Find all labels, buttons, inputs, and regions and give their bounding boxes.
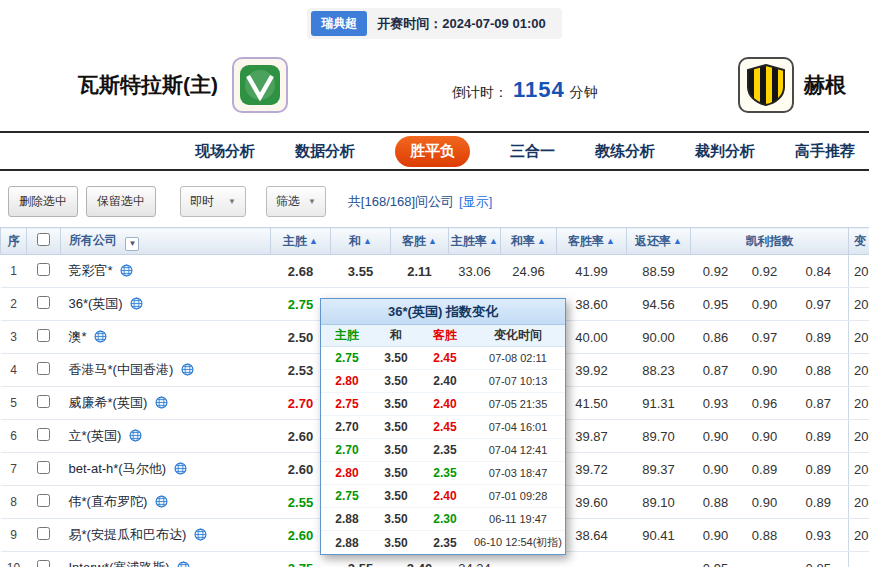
odds-comparison-page: 瑞典超 开赛时间：2024-07-09 01:00 瓦斯特拉斯(主) 倒计时： … <box>0 0 869 567</box>
popup-draw-odds: 3.50 <box>373 420 419 434</box>
popup-away-odds: 2.30 <box>419 512 471 526</box>
company-name[interactable]: 香港马*(中国香港) <box>69 362 174 377</box>
away-rate-cell: 39.87 <box>557 420 627 453</box>
instant-dropdown[interactable]: 即时 ▼ <box>180 186 246 217</box>
row-index: 1 <box>1 255 27 288</box>
popup-change-time: 06-11 19:47 <box>471 513 565 525</box>
sort-up-icon[interactable]: ▲ <box>428 236 437 246</box>
change-cell: 20 <box>849 519 869 552</box>
nav-tab-3[interactable]: 胜平负 <box>395 136 470 167</box>
col-company[interactable]: 所有公司 <box>69 233 117 247</box>
company-name[interactable]: bet-at-h*(马尔他) <box>69 461 167 476</box>
row-index: 2 <box>1 288 27 321</box>
nav-tab-5[interactable]: 教练分析 <box>595 142 655 161</box>
odds-home-cell[interactable]: 2.68 <box>271 255 331 288</box>
select-all-checkbox[interactable] <box>37 233 50 246</box>
league-badge[interactable]: 瑞典超 <box>311 11 367 36</box>
odds-away-cell[interactable]: 2.11 <box>391 255 449 288</box>
col-away-win[interactable]: 客胜▲ <box>391 228 449 255</box>
sort-up-icon[interactable]: ▲ <box>309 236 318 246</box>
change-cell: 20 <box>849 420 869 453</box>
kelly-away-cell: 0.85 <box>789 552 849 567</box>
row-checkbox[interactable] <box>37 263 50 276</box>
popup-row: 2.75 3.50 2.40 07-05 21:35 <box>321 393 565 416</box>
row-checkbox[interactable] <box>37 527 50 540</box>
kelly-draw-cell: 0.90 <box>741 486 789 519</box>
row-checkbox[interactable] <box>37 560 50 567</box>
popup-row: 2.75 3.50 2.40 07-01 09:28 <box>321 485 565 508</box>
row-checkbox[interactable] <box>37 395 50 408</box>
row-checkbox[interactable] <box>37 329 50 342</box>
kelly-draw-cell: 0.89 <box>741 453 789 486</box>
filter-dropdown[interactable]: 筛选 ▼ <box>266 186 326 217</box>
nav-tab-2[interactable]: 数据分析 <box>295 142 355 161</box>
globe-icon <box>155 495 168 511</box>
away-rate-cell: 41.50 <box>557 387 627 420</box>
return-rate-cell: 89.70 <box>627 420 691 453</box>
popup-change-time: 07-05 21:35 <box>471 398 565 410</box>
kelly-home-cell: 0.88 <box>691 486 741 519</box>
kelly-draw-cell: 0.90 <box>741 288 789 321</box>
sort-up-icon[interactable]: ▲ <box>489 236 498 246</box>
change-cell: 20 <box>849 288 869 321</box>
popup-title: 36*(英国) 指数变化 <box>321 299 565 325</box>
company-name[interactable]: 伟*(直布罗陀) <box>69 494 148 509</box>
popup-home-odds: 2.70 <box>321 420 373 434</box>
col-draw-rate[interactable]: 和率▲ <box>501 228 557 255</box>
popup-home-odds: 2.80 <box>321 466 373 480</box>
row-checkbox[interactable] <box>37 296 50 309</box>
odds-change-popup: 36*(英国) 指数变化 主胜 和 客胜 变化时间 2.75 3.50 2.45… <box>320 298 566 555</box>
company-name[interactable]: 立*(英国) <box>69 428 122 443</box>
return-rate-cell: 94.56 <box>627 288 691 321</box>
odds-draw-cell[interactable]: 3.55 <box>331 255 391 288</box>
col-away-rate[interactable]: 客胜率▲ <box>557 228 627 255</box>
nav-tab-6[interactable]: 裁判分析 <box>695 142 755 161</box>
company-filter-dropdown-icon[interactable]: ▼ <box>125 237 139 251</box>
col-return-rate[interactable]: 返还率▲ <box>627 228 691 255</box>
chevron-down-icon: ▼ <box>228 197 236 206</box>
row-index: 7 <box>1 453 27 486</box>
company-name[interactable]: 澳* <box>69 329 87 344</box>
chevron-down-icon: ▼ <box>308 197 316 206</box>
popup-away-odds: 2.40 <box>419 374 471 388</box>
company-name[interactable]: 36*(英国) <box>69 296 123 311</box>
kelly-home-cell: 0.93 <box>691 387 741 420</box>
row-checkbox[interactable] <box>37 494 50 507</box>
popup-col-draw: 和 <box>373 327 419 344</box>
show-link[interactable]: [显示] <box>459 193 492 211</box>
row-checkbox[interactable] <box>37 461 50 474</box>
keep-selected-button[interactable]: 保留选中 <box>86 186 156 217</box>
company-name[interactable]: 竞彩官* <box>69 263 113 278</box>
row-index: 5 <box>1 387 27 420</box>
return-rate-cell: 88.23 <box>627 354 691 387</box>
nav-tab-7[interactable]: 高手推荐 <box>795 142 855 161</box>
kelly-home-cell: 0.92 <box>691 255 741 288</box>
company-name[interactable]: Interw*(塞浦路斯) <box>69 560 170 567</box>
match-info-pill: 瑞典超 开赛时间：2024-07-09 01:00 <box>307 8 561 39</box>
popup-draw-odds: 3.50 <box>373 489 419 503</box>
kelly-away-cell: 0.87 <box>789 387 849 420</box>
kelly-away-cell: 0.97 <box>789 288 849 321</box>
company-name[interactable]: 易*(安提瓜和巴布达) <box>69 527 187 542</box>
kelly-home-cell: 0.86 <box>691 321 741 354</box>
popup-away-odds: 2.35 <box>419 536 471 550</box>
sort-up-icon[interactable]: ▲ <box>363 236 372 246</box>
popup-home-odds: 2.75 <box>321 489 373 503</box>
popup-change-time: 07-07 10:13 <box>471 375 565 387</box>
col-home-win[interactable]: 主胜▲ <box>271 228 331 255</box>
return-rate-cell: 89.10 <box>627 486 691 519</box>
nav-tab-4[interactable]: 三合一 <box>510 142 555 161</box>
row-checkbox[interactable] <box>37 362 50 375</box>
away-rate-cell: 41.99 <box>557 255 627 288</box>
sort-up-icon[interactable]: ▲ <box>606 236 615 246</box>
sort-up-icon[interactable]: ▲ <box>537 236 546 246</box>
popup-change-time: 07-04 16:01 <box>471 421 565 433</box>
delete-selected-button[interactable]: 删除选中 <box>8 186 78 217</box>
col-draw[interactable]: 和▲ <box>331 228 391 255</box>
nav-tab-1[interactable]: 现场分析 <box>195 142 255 161</box>
teams-row: 瓦斯特拉斯(主) 倒计时： 1154 分钟 <box>0 39 869 131</box>
row-checkbox[interactable] <box>37 428 50 441</box>
col-home-rate[interactable]: 主胜率▲ <box>449 228 501 255</box>
company-name[interactable]: 威廉希*(英国) <box>69 395 148 410</box>
sort-up-icon[interactable]: ▲ <box>673 236 682 246</box>
